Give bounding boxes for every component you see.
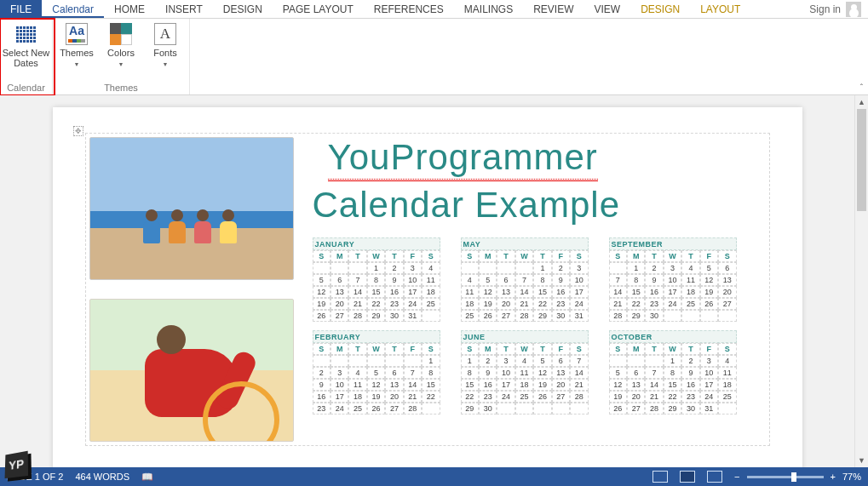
scroll-up-arrow[interactable]: ▲ (855, 95, 868, 109)
tab-page-layout[interactable]: PAGE LAYOUT (273, 0, 364, 18)
select-new-dates-button[interactable]: Select New Dates (3, 22, 50, 68)
ribbon-group-calendar: Select New Dates Calendar (0, 19, 53, 94)
week-row: 22232425262728 (461, 391, 589, 403)
spellcheck-icon[interactable]: 📖 (141, 472, 153, 483)
week-row: 21222324252627 (609, 298, 737, 310)
weekday-header: SMTWTFS (461, 343, 589, 355)
colors-button[interactable]: Colors ▼ (102, 22, 140, 70)
tab-view[interactable]: VIEW (584, 0, 631, 18)
weekday-header: SMTWTFS (609, 250, 737, 262)
week-row: 18192021222324 (461, 298, 589, 310)
status-bar: PAGE 1 OF 2 464 WORDS 📖 − + 77% (0, 467, 868, 486)
month-name: JUNE (461, 330, 589, 343)
week-row: 9101112131415 (313, 379, 440, 391)
weekday-header: SMTWTFS (313, 343, 440, 355)
month-name: OCTOBER (609, 330, 737, 343)
week-row: 2930 (461, 403, 589, 415)
weekday-header: SMTWTFS (313, 250, 440, 262)
month-name: MAY (461, 237, 589, 250)
photo-child-playing[interactable] (89, 299, 294, 442)
week-row: 123 (461, 262, 589, 274)
vertical-scrollbar[interactable]: ▲ ▼ (854, 95, 868, 467)
title-line2[interactable]: Calendar Example (313, 185, 621, 225)
weekday-header: SMTWTFS (461, 250, 589, 262)
scroll-track[interactable] (855, 109, 868, 454)
week-row: 14151617181920 (609, 286, 737, 298)
tab-calendar[interactable]: Calendar (42, 0, 104, 18)
tab-bar: FILE Calendar HOME INSERT DESIGN PAGE LA… (0, 0, 868, 19)
month-february: FEBRUARYSMTWTFS1234567891011121314151617… (313, 330, 440, 415)
read-mode-button[interactable] (652, 471, 668, 483)
photo-beach[interactable] (89, 137, 294, 280)
week-row: 15161718192021 (461, 379, 589, 391)
week-row: 11121314151617 (461, 286, 589, 298)
chevron-down-icon: ▼ (118, 60, 124, 70)
fonts-button[interactable]: A Fonts ▼ (147, 22, 184, 70)
month-name: FEBRUARY (313, 330, 440, 343)
month-name: JANUARY (313, 237, 440, 250)
status-words[interactable]: 464 WORDS (75, 472, 129, 482)
week-row: 567891011 (313, 274, 440, 286)
photo-column (89, 137, 294, 442)
month-january: JANUARYSMTWTFS12345678910111213141516171… (313, 237, 440, 322)
status-page[interactable]: PAGE 1 OF 2 (7, 472, 63, 482)
ribbon-group-themes-label: Themes (104, 83, 138, 93)
zoom-in-button[interactable]: + (831, 472, 836, 482)
fonts-label: Fonts (153, 48, 177, 58)
tab-review[interactable]: REVIEW (523, 0, 583, 18)
tab-home[interactable]: HOME (104, 0, 155, 18)
chevron-down-icon: ▼ (74, 60, 80, 70)
week-row: 1234 (609, 355, 737, 367)
week-row: 19202122232425 (609, 391, 737, 403)
month-may: MAYSMTWTFS123456789101112131415161718192… (461, 237, 589, 322)
ribbon-group-calendar-label: Calendar (7, 83, 45, 93)
week-row: 232425262728 (313, 403, 440, 415)
scroll-thumb[interactable] (857, 109, 866, 211)
print-layout-button[interactable] (680, 471, 695, 483)
tab-design[interactable]: DESIGN (213, 0, 273, 18)
content-column: YouProgrammer Calendar Example JANUARYSM… (313, 137, 766, 442)
tab-references[interactable]: REFERENCES (364, 0, 454, 18)
tab-contextual-design[interactable]: DESIGN (630, 0, 690, 18)
week-row: 19202122232425 (313, 298, 440, 310)
ribbon: Select New Dates Calendar Aa Themes ▼ Co… (0, 19, 868, 95)
table-anchor-icon[interactable]: ✥ (73, 126, 83, 136)
tab-mailings[interactable]: MAILINGS (454, 0, 523, 18)
fonts-icon: A (152, 22, 179, 46)
week-row: 282930 (609, 310, 737, 322)
week-row: 891011121314 (461, 367, 589, 379)
week-row: 567891011 (609, 367, 737, 379)
collapse-ribbon-button[interactable]: ˆ (860, 83, 863, 93)
week-row: 16171819202122 (313, 391, 440, 403)
web-layout-button[interactable] (707, 471, 722, 483)
document-area[interactable]: ✥ YouProgrammer (0, 95, 854, 467)
month-name: SEPTEMBER (609, 237, 737, 250)
scroll-down-arrow[interactable]: ▼ (855, 454, 868, 467)
week-row: 78910111213 (609, 274, 737, 286)
sign-in-button[interactable]: Sign in (802, 0, 868, 18)
themes-button[interactable]: Aa Themes ▼ (58, 22, 95, 70)
tab-insert[interactable]: INSERT (155, 0, 213, 18)
week-row: 123456 (609, 262, 737, 274)
week-row: 1234567 (461, 355, 589, 367)
zoom-slider[interactable] (747, 476, 824, 478)
zoom-controls: − + 77% (734, 472, 861, 482)
ribbon-group-themes: Aa Themes ▼ Colors ▼ A Fonts ▼ Themes (53, 19, 190, 94)
select-new-dates-label: Select New Dates (3, 48, 50, 68)
calendar-grid-icon (13, 22, 40, 46)
week-row: 25262728293031 (461, 310, 589, 322)
tab-contextual-layout[interactable]: LAYOUT (690, 0, 750, 18)
zoom-out-button[interactable]: − (734, 472, 739, 482)
colors-label: Colors (107, 48, 135, 58)
themes-label: Themes (60, 48, 94, 58)
themes-icon: Aa (63, 22, 90, 46)
weekday-header: SMTWTFS (609, 343, 737, 355)
week-row: 45678910 (461, 274, 589, 286)
week-row: 12131415161718 (313, 286, 440, 298)
chevron-down-icon: ▼ (163, 60, 169, 70)
user-avatar-icon (846, 2, 861, 17)
sign-in-label: Sign in (809, 3, 841, 15)
title-line1[interactable]: YouProgrammer (328, 137, 598, 181)
zoom-percent[interactable]: 77% (842, 472, 861, 482)
tab-file[interactable]: FILE (0, 0, 42, 18)
